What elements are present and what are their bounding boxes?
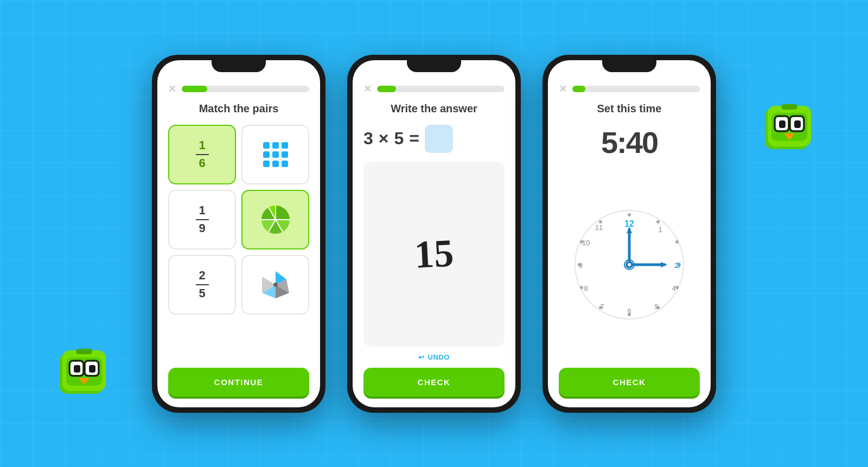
svg-rect-5 [74,365,80,373]
progress-fill-2 [377,86,396,92]
dot [282,161,288,167]
svg-point-46 [580,286,583,289]
dot [263,142,270,149]
notch-1 [212,60,266,72]
pinwheel-icon [259,268,292,301]
clock-svg: 12 1 2 3 4 5 6 7 8 9 10 11 [570,205,689,324]
svg-point-36 [273,283,278,287]
progress-fill-3 [572,86,585,92]
svg-text:1: 1 [658,226,662,234]
svg-text:10: 10 [582,239,590,247]
progress-fill-1 [182,86,207,92]
time-display: 5:40 [559,125,700,160]
top-bar-2: ✕ [363,80,505,94]
continue-button[interactable]: CONTINUE [168,368,309,396]
dot-grid [263,142,288,167]
fraction-numerator: 1 [199,203,205,217]
dot [263,151,270,158]
svg-text:5: 5 [654,303,658,311]
svg-point-67 [628,263,631,266]
screen-title-2: Write the answer [363,103,505,115]
svg-rect-6 [89,365,95,373]
phone-1: ✕ Match the pairs 1 6 [152,55,326,413]
match-grid: 1 6 [168,125,309,315]
fraction-line [196,154,209,155]
svg-rect-11 [76,349,92,354]
dot [282,142,288,149]
undo-icon: ↩ [418,353,425,361]
close-button-2[interactable]: ✕ [363,84,372,94]
fraction-denominator: 5 [199,286,205,300]
dot [272,161,279,167]
match-card-5[interactable]: 2 5 [168,255,236,315]
screen-3: ✕ Set this time 5:40 [548,60,711,407]
duo-cube-right [760,98,819,157]
operand2: 5 [394,129,404,149]
check-button-3[interactable]: CHECK [559,368,700,396]
dot [272,142,279,149]
screen-title-1: Match the pairs [168,103,309,115]
match-card-4[interactable] [241,190,309,250]
svg-point-40 [675,240,679,244]
dot [263,161,270,167]
answer-box[interactable] [425,125,453,153]
svg-point-38 [628,213,631,216]
svg-text:11: 11 [595,223,603,232]
match-card-6[interactable] [241,255,309,315]
svg-text:3: 3 [676,261,680,270]
fraction-line [196,219,209,220]
close-button-1[interactable]: ✕ [168,84,176,94]
match-card-1[interactable]: 1 6 [168,125,236,184]
svg-point-42 [675,286,679,289]
progress-bar-2 [377,86,505,92]
svg-text:8: 8 [584,284,588,292]
check-button-2[interactable]: CHECK [363,368,505,396]
progress-bar-1 [182,86,309,92]
svg-rect-18 [794,120,801,128]
fraction-line [196,284,209,285]
svg-text:4: 4 [672,284,675,292]
fraction-1-6: 1 6 [196,138,209,170]
top-bar-1: ✕ [168,80,309,94]
fraction-2-5: 2 5 [196,268,209,300]
undo-label: UNDO [428,353,450,361]
phone-3: ✕ Set this time 5:40 [542,55,716,413]
screen-2: ✕ Write the answer 3 × 5 = 15 ↩ UN [353,60,515,407]
phone-2: ✕ Write the answer 3 × 5 = 15 ↩ UN [347,55,521,413]
screen-1: ✕ Match the pairs 1 6 [157,60,320,407]
operand1: 3 [363,129,373,149]
close-button-3[interactable]: ✕ [559,84,567,94]
duo-cube-left [54,342,114,402]
notch-2 [407,60,461,72]
top-bar-3: ✕ [559,80,700,94]
fraction-denominator: 6 [199,156,205,170]
handwritten-value: 15 [413,231,455,278]
match-card-2[interactable] [241,125,309,184]
screen-title-3: Set this time [559,103,700,115]
equation: 3 × 5 = [363,125,505,153]
pie-chart [259,203,292,236]
svg-point-39 [656,220,660,223]
svg-text:7: 7 [600,303,604,311]
equals: = [409,129,419,149]
dot [272,151,279,158]
dot [282,151,288,158]
fraction-numerator: 2 [199,268,205,283]
operator: × [379,129,389,149]
fraction-numerator: 1 [199,138,205,152]
svg-rect-23 [781,104,797,110]
fraction-1-9: 1 9 [196,203,209,235]
match-card-3[interactable]: 1 9 [168,190,236,250]
svg-text:9: 9 [578,261,582,270]
handwritten-area[interactable]: 15 [363,162,505,347]
clock-container[interactable]: 12 1 2 3 4 5 6 7 8 9 10 11 [559,169,700,361]
svg-rect-17 [779,120,786,128]
undo-button[interactable]: ↩ UNDO [363,353,505,361]
progress-bar-3 [572,86,700,92]
fraction-denominator: 9 [199,221,205,235]
svg-text:6: 6 [627,307,631,315]
notch-3 [602,60,656,72]
